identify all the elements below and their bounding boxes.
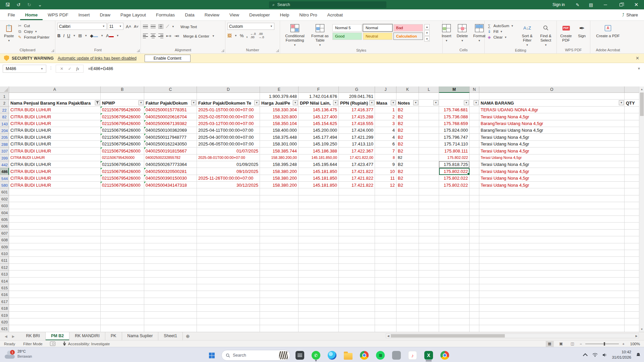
cell-D612[interactable] [197,264,260,270]
cell-F601[interactable] [299,188,339,195]
cell-G604[interactable] [339,209,375,216]
cell-C288[interactable]: 04002500162243050 [144,141,197,147]
cell-O602[interactable] [479,195,625,202]
cell-N606[interactable] [470,223,479,229]
cell-C143[interactable]: 04002500067139382 [144,120,197,127]
row-header-1[interactable]: 1 [0,93,9,100]
cell-A613[interactable] [9,270,101,277]
cell-J1[interactable] [375,93,396,100]
cell-D621[interactable] [197,325,260,332]
cell-D601[interactable] [197,188,260,195]
cell-K22[interactable]: B2 [396,107,419,113]
zoom-out-icon[interactable]: − [580,342,582,346]
column-header-N[interactable]: N [470,86,479,93]
cell-B580[interactable]: 0211506795426000 [101,182,144,188]
cell-O204[interactable]: BarangTerasi Udang Nona 4,5gr [479,127,625,134]
cell-G613[interactable] [339,270,375,277]
merge-center-button[interactable]: Merge & Center [183,34,209,39]
cell-G601[interactable] [339,188,375,195]
cell-B617[interactable] [101,298,144,305]
cell-L614[interactable] [419,278,439,284]
gallery-more-icon[interactable]: ▼̲ [424,36,430,42]
cell-C617[interactable] [144,298,197,305]
sheet-nav-left-icon[interactable]: ◀ [5,335,7,338]
cell-K82[interactable]: B2 [396,113,419,120]
row-header-604[interactable]: 604 [0,209,9,216]
cell-F204[interactable]: 145.200.000 [299,127,339,134]
menu-tab-file[interactable]: File [3,10,20,20]
cell-A288[interactable]: CITRA BUDI LUHUR [9,141,101,147]
cell-K580[interactable]: B2 [396,182,419,188]
cut-button[interactable]: ✂Cut [17,23,49,28]
cell-F442[interactable]: 145.195.644 [299,161,339,168]
cell-C616[interactable] [144,291,197,298]
create-pdf-button[interactable]: PDF Create PDF [558,23,574,43]
cell-E288[interactable]: 158.301.000 [260,141,299,147]
cell-D620[interactable] [197,318,260,325]
cell-D580[interactable]: 30/12/2025 [197,182,260,188]
gallery-down-icon[interactable]: ▼ [424,30,430,36]
cell-N615[interactable] [470,284,479,291]
cell-J611[interactable] [375,257,396,263]
cell-E616[interactable] [260,291,299,298]
menu-tab-acrobat[interactable]: Acrobat [322,10,348,20]
filter-dropdown-icon[interactable]: ▼ [139,100,144,105]
cell-F611[interactable] [299,257,339,263]
cell-K610[interactable] [396,250,419,257]
cell-L615[interactable] [419,284,439,291]
clear-button[interactable]: ◈Clear▼ [487,35,517,40]
normal-view-button[interactable]: ▦ [546,341,554,347]
cell-F337[interactable]: 145.186.388 [299,147,339,154]
cell-L617[interactable] [419,298,439,305]
cell-N486[interactable] [470,168,479,175]
taskbar-file-explorer-icon[interactable] [342,349,355,362]
cell-L399[interactable] [419,155,439,161]
cell-B82[interactable]: 0211506795426000 [101,113,144,120]
filter-header-F[interactable]: DPP Nilai Lain,▼ [299,100,339,106]
cell-E608[interactable] [260,236,299,243]
cell-A605[interactable] [9,216,101,223]
row-header-288[interactable]: 288 [0,141,9,147]
cell-O143[interactable]: BarangTerasi Udang Nona 4,5gr [479,120,625,127]
cell-F22[interactable]: 145.136.475 [299,107,339,113]
cell-M603[interactable] [439,202,470,209]
cell-B603[interactable] [101,202,144,209]
taskbar-excel-icon[interactable]: X [422,349,435,362]
cell-J616[interactable] [375,291,396,298]
cell-J610[interactable] [375,250,396,257]
column-header-L[interactable]: L [419,86,439,93]
menu-tab-nitro-pro[interactable]: Nitro Pro [294,10,322,20]
cell-B616[interactable] [101,291,144,298]
clipboard-dialog-launcher[interactable] [51,49,54,52]
cell-K486[interactable]: B2 [396,168,419,175]
filter-dropdown-icon[interactable]: ▼ [369,100,374,105]
cell-D608[interactable] [197,236,260,243]
orientation-icon[interactable]: ⟋ [166,24,169,29]
cell-L22[interactable] [419,107,439,113]
cell-E604[interactable] [260,209,299,216]
cell-A603[interactable] [9,202,101,209]
cell-M621[interactable] [439,325,470,332]
cell-C603[interactable] [144,202,197,209]
row-header-608[interactable]: 608 [0,236,9,243]
windows-start-button[interactable] [205,349,218,362]
enter-formula-icon[interactable]: ✓ [68,66,71,71]
merge-center-options[interactable]: ▼ [212,35,215,38]
cell-L608[interactable] [419,236,439,243]
cell-D609[interactable] [197,243,260,250]
cell-C609[interactable] [144,243,197,250]
cell-K604[interactable] [396,209,419,216]
menu-tab-draw[interactable]: Draw [95,10,116,20]
italic-button[interactable]: I [63,33,64,38]
cell-K612[interactable] [396,264,419,270]
cell-M607[interactable] [439,230,470,236]
security-warning-message[interactable]: Automatic update of links has been disab… [58,56,137,61]
cell-M608[interactable] [439,236,470,243]
cell-L442[interactable] [419,161,439,168]
cell-F617[interactable] [299,298,339,305]
cell-F608[interactable] [299,236,339,243]
cell-K337[interactable]: B2 [396,147,419,154]
scroll-up-icon[interactable]: ▲ [639,86,644,92]
cell-E143[interactable]: 158.350.104 [260,120,299,127]
autosum-button[interactable]: ∑AutoSum▼ [487,23,517,28]
